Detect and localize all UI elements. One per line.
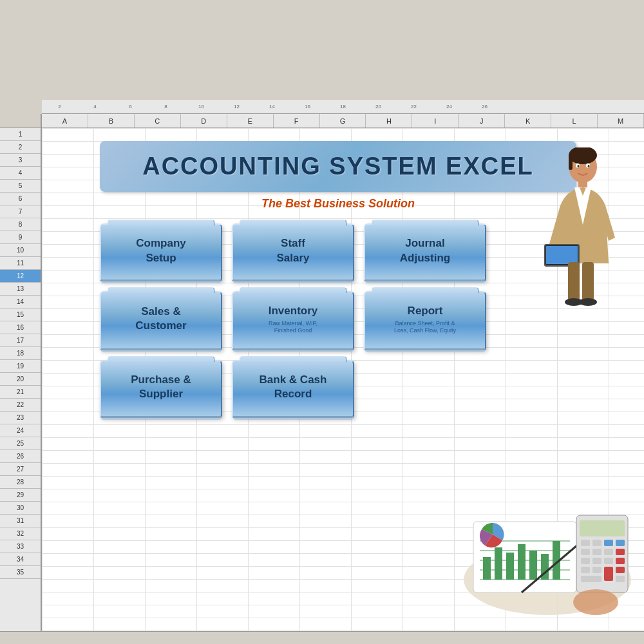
row-19[interactable]: 19	[0, 360, 41, 373]
svg-rect-24	[506, 553, 514, 580]
svg-rect-42	[581, 558, 590, 564]
svg-rect-40	[604, 549, 613, 555]
row-numbers: 1 2 3 4 5 6 7 8 9 10 11 12 13 14 15 16 1…	[0, 128, 42, 631]
col-f[interactable]: F	[274, 114, 320, 128]
svg-rect-25	[518, 544, 526, 580]
cell-area: ACCOUNTING SYSTEM EXCEL The Best Busines…	[42, 128, 644, 631]
col-d[interactable]: D	[181, 114, 227, 128]
row-26[interactable]: 26	[0, 450, 41, 463]
row-10[interactable]: 10	[0, 244, 41, 257]
row-24[interactable]: 24	[0, 424, 41, 437]
col-a[interactable]: A	[42, 114, 88, 128]
row-35[interactable]: 35	[0, 566, 41, 579]
svg-rect-6	[546, 246, 578, 264]
row-7[interactable]: 7	[0, 205, 41, 218]
row-33[interactable]: 33	[0, 540, 41, 553]
inventory-label: Inventory	[269, 304, 318, 318]
corner-cell	[0, 114, 42, 128]
row-32[interactable]: 32	[0, 527, 41, 540]
excel-frame: 2 4 6 8 10 12 14 16 18 20 22 24 26 A B C…	[0, 0, 644, 644]
svg-rect-2	[569, 154, 573, 170]
chart-calc-svg	[457, 502, 638, 618]
subtitle-area: The Best Business Solution	[100, 197, 576, 211]
row-22[interactable]: 22	[0, 399, 41, 412]
svg-rect-43	[592, 558, 601, 564]
row-18[interactable]: 18	[0, 347, 41, 360]
report-label: Report	[408, 304, 443, 318]
col-j[interactable]: J	[459, 114, 505, 128]
report-sublabel: Balance Sheet, Profit &Loss, Cash Flow, …	[394, 320, 456, 334]
svg-rect-22	[483, 557, 491, 580]
svg-rect-38	[581, 549, 590, 555]
row-23[interactable]: 23	[0, 412, 41, 424]
staff-salary-label: StaffSalary	[276, 236, 309, 265]
svg-rect-37	[616, 540, 625, 546]
row-15[interactable]: 15	[0, 308, 41, 321]
report-button[interactable]: Report Balance Sheet, Profit &Loss, Cash…	[364, 291, 486, 350]
column-headers: A B C D E F G H I J K L M	[42, 114, 644, 128]
col-i[interactable]: I	[412, 114, 459, 128]
row-2[interactable]: 2	[0, 141, 41, 154]
row-12[interactable]: 12	[0, 270, 41, 283]
row-5[interactable]: 5	[0, 180, 41, 193]
row-17[interactable]: 17	[0, 334, 41, 347]
svg-rect-36	[604, 540, 613, 546]
chart-calc-decoration	[457, 502, 638, 618]
bank-cash-button[interactable]: Bank & CashRecord	[232, 360, 354, 418]
purchase-supplier-label: Purchase &Supplier	[131, 373, 191, 401]
person-decoration	[535, 147, 625, 321]
svg-rect-51	[616, 576, 625, 582]
row-16[interactable]: 16	[0, 321, 41, 334]
row-3[interactable]: 3	[0, 154, 41, 167]
svg-rect-44	[604, 558, 613, 564]
row-4[interactable]: 4	[0, 167, 41, 180]
svg-rect-50	[581, 576, 601, 582]
row-1[interactable]: 1	[0, 128, 41, 141]
staff-salary-button[interactable]: StaffSalary	[232, 223, 354, 281]
svg-rect-45	[616, 558, 625, 564]
row-29[interactable]: 29	[0, 489, 41, 502]
row-34[interactable]: 34	[0, 553, 41, 566]
svg-point-10	[579, 298, 597, 306]
row-27[interactable]: 27	[0, 463, 41, 476]
col-b[interactable]: B	[88, 114, 135, 128]
journal-adjusting-button[interactable]: JournalAdjusting	[364, 223, 486, 281]
inventory-sublabel: Raw Material, WIP,Finished Good	[269, 320, 317, 334]
row-11[interactable]: 11	[0, 257, 41, 270]
inventory-button[interactable]: Inventory Raw Material, WIP,Finished Goo…	[232, 291, 354, 350]
row-31[interactable]: 31	[0, 515, 41, 527]
sales-customer-button[interactable]: Sales &Customer	[100, 291, 222, 350]
svg-rect-35	[592, 540, 601, 546]
col-h[interactable]: H	[366, 114, 412, 128]
row-30[interactable]: 30	[0, 502, 41, 515]
person-svg	[535, 147, 625, 321]
row-9[interactable]: 9	[0, 231, 41, 244]
row-13[interactable]: 13	[0, 283, 41, 296]
row-14[interactable]: 14	[0, 296, 41, 308]
col-e[interactable]: E	[227, 114, 274, 128]
purchase-supplier-button[interactable]: Purchase &Supplier	[100, 360, 222, 418]
col-c[interactable]: C	[135, 114, 181, 128]
ruler-top: 2 4 6 8 10 12 14 16 18 20 22 24 26	[42, 100, 644, 114]
company-setup-button[interactable]: CompanySetup	[100, 223, 222, 281]
row-28[interactable]: 28	[0, 476, 41, 489]
col-l[interactable]: L	[551, 114, 598, 128]
row-25[interactable]: 25	[0, 437, 41, 450]
button-grid: CompanySetup StaffSalary JournalAdjustin…	[100, 223, 486, 418]
svg-rect-33	[580, 520, 625, 536]
row-8[interactable]: 8	[0, 218, 41, 231]
svg-rect-34	[581, 540, 590, 546]
col-k[interactable]: K	[505, 114, 551, 128]
row-6[interactable]: 6	[0, 193, 41, 205]
col-g[interactable]: G	[320, 114, 366, 128]
svg-rect-23	[495, 547, 502, 580]
row-20[interactable]: 20	[0, 373, 41, 386]
content-area: ACCOUNTING SYSTEM EXCEL The Best Busines…	[100, 141, 576, 418]
sales-customer-label: Sales &Customer	[135, 305, 186, 333]
app-title: ACCOUNTING SYSTEM EXCEL	[119, 153, 557, 180]
svg-point-13	[578, 165, 580, 167]
col-m[interactable]: M	[598, 114, 644, 128]
svg-rect-3	[578, 180, 587, 187]
row-21[interactable]: 21	[0, 386, 41, 399]
svg-rect-8	[582, 262, 594, 301]
